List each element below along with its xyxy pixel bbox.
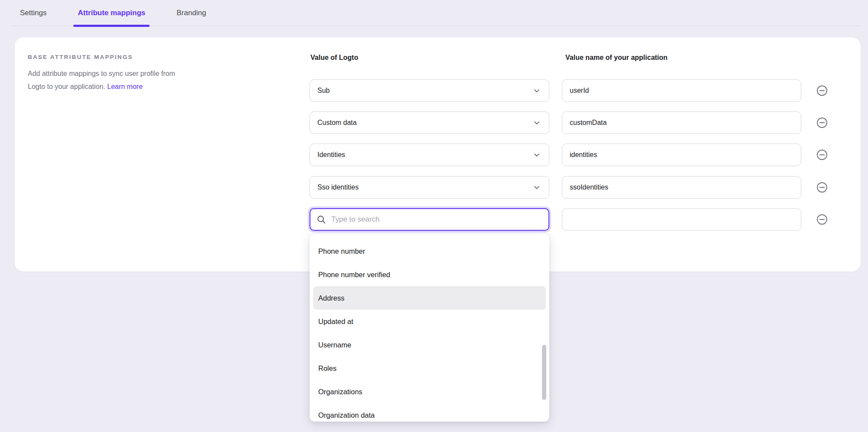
column-header-app-value: Value name of your application: [565, 54, 668, 62]
app-value-input[interactable]: [562, 111, 801, 134]
logto-value-select[interactable]: Sub: [310, 79, 549, 102]
app-value-input[interactable]: [562, 144, 801, 166]
tab-settings[interactable]: Settings: [16, 0, 51, 26]
mapping-row: Sub: [310, 79, 828, 102]
column-header-logto-value: Value of Logto: [310, 54, 358, 62]
app-value-input[interactable]: [562, 176, 801, 199]
dropdown-item-phone-number[interactable]: Phone number: [313, 239, 546, 263]
remove-mapping-button[interactable]: [816, 149, 828, 160]
tab-settings-label: Settings: [20, 9, 46, 17]
remove-mapping-button[interactable]: [816, 182, 828, 193]
dropdown-item-address[interactable]: Address: [313, 286, 546, 310]
logto-value-selected: Custom data: [317, 119, 357, 127]
minus-circle-icon: [816, 117, 828, 128]
mapping-row: Identities: [310, 144, 828, 166]
logto-value-search[interactable]: [310, 208, 549, 231]
section-title: BASE ATTRIBUTE MAPPINGS: [28, 54, 198, 60]
mapping-row-new: [310, 208, 828, 231]
logto-value-selected: Identities: [317, 151, 345, 159]
tab-attribute-mappings[interactable]: Attribute mappings: [73, 0, 150, 26]
minus-circle-icon: [816, 149, 828, 160]
remove-mapping-button[interactable]: [816, 85, 828, 96]
tab-branding[interactable]: Branding: [172, 0, 210, 26]
chevron-down-icon: [532, 118, 541, 127]
remove-mapping-button[interactable]: [816, 117, 828, 128]
section-description: Add attribute mappings to sync user prof…: [28, 67, 193, 93]
logto-value-select[interactable]: Custom data: [310, 111, 549, 134]
search-icon: [317, 215, 326, 224]
dropdown-item-organization-data[interactable]: Organization data: [313, 403, 546, 422]
logto-value-selected: Sub: [317, 87, 330, 95]
dropdown-item-updated-at[interactable]: Updated at: [313, 310, 546, 333]
logto-value-select[interactable]: Identities: [310, 144, 549, 166]
section-info: BASE ATTRIBUTE MAPPINGS Add attribute ma…: [28, 54, 198, 93]
chevron-down-icon: [532, 183, 541, 192]
app-value-input[interactable]: [562, 79, 801, 102]
chevron-down-icon: [532, 151, 541, 159]
section-description-text: Add attribute mappings to sync user prof…: [28, 70, 175, 90]
learn-more-link[interactable]: Learn more: [107, 83, 143, 90]
minus-circle-icon: [816, 182, 828, 193]
search-input[interactable]: [331, 215, 542, 224]
tabbar: Settings Attribute mappings Branding: [0, 0, 868, 26]
tab-attribute-mappings-label: Attribute mappings: [78, 9, 145, 17]
app-value-input-empty[interactable]: [562, 208, 801, 231]
minus-circle-icon: [816, 85, 828, 96]
dropdown-scrollbar-thumb[interactable]: [542, 345, 546, 400]
dropdown-item-roles[interactable]: Roles: [313, 357, 546, 380]
logto-value-selected: Sso identities: [317, 183, 359, 191]
logto-value-select[interactable]: Sso identities: [310, 176, 549, 199]
dropdown-item-phone-number-verified[interactable]: Phone number verified: [313, 263, 546, 286]
mapping-row: Custom data: [310, 111, 828, 134]
dropdown-item-username[interactable]: Username: [313, 333, 546, 357]
dropdown-item-organizations[interactable]: Organizations: [313, 380, 546, 403]
chevron-down-icon: [532, 86, 541, 95]
tab-branding-label: Branding: [176, 9, 206, 17]
attribute-dropdown-menu: Phone number Phone number verified Addre…: [310, 234, 549, 422]
mapping-row: Sso identities: [310, 176, 828, 199]
remove-mapping-button[interactable]: [816, 214, 828, 225]
active-tab-underline: [73, 25, 150, 27]
minus-circle-icon: [816, 214, 828, 225]
